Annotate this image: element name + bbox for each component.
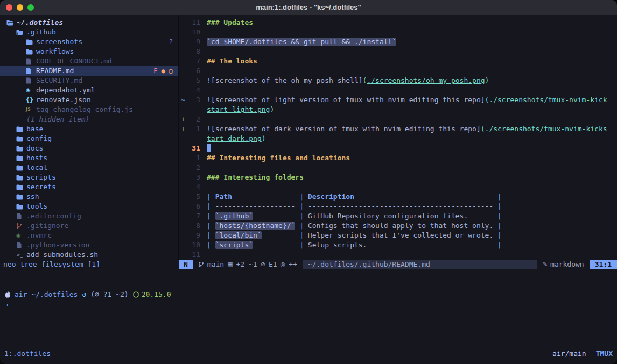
- close-button[interactable]: [6, 4, 12, 11]
- editor-line[interactable]: 2: [179, 163, 617, 173]
- editor-line[interactable]: +2: [179, 115, 617, 124]
- line-number: [186, 134, 200, 144]
- diagnostics-icon: ⊘: [261, 260, 265, 269]
- editor-line[interactable]: 5| Path | Description |: [179, 192, 617, 202]
- tree-item-readme.md[interactable]: README.mdE●▢: [0, 66, 178, 76]
- tree-item-scripts[interactable]: scripts: [0, 173, 178, 182]
- tree-item-security.md[interactable]: SECURITY.md: [0, 76, 178, 85]
- text-segment: ## Interesting files and locations: [207, 154, 350, 162]
- editor-line[interactable]: 7## The looks: [179, 56, 617, 66]
- tmux-window-label[interactable]: 1:.dotfiles: [4, 349, 51, 359]
- tree-item-workflows[interactable]: workflows: [0, 47, 178, 56]
- editor-line[interactable]: tart-dark.png): [179, 134, 617, 144]
- tree-item-label: ~/.dotfiles: [17, 18, 63, 27]
- text-segment: ): [485, 76, 489, 84]
- tree-item-1-hidden-item[interactable]: (1 hidden item): [0, 115, 178, 124]
- editor-line[interactable]: 9`cd $HOME/.dotfiles && git pull && ./in…: [179, 37, 617, 47]
- editor-line[interactable]: 9| `local/bin` | Helper scripts that I'v…: [179, 231, 617, 240]
- text-segment: `cd $HOME/.dotfiles && git pull && ./ins…: [207, 38, 396, 46]
- tree-item-.github[interactable]: .github: [0, 27, 178, 37]
- tree-item-base[interactable]: base: [0, 124, 178, 134]
- tree-item-add-submodules.sh[interactable]: >_add-submodules.sh: [0, 250, 178, 260]
- folder-open-icon: [6, 20, 16, 26]
- gutter: 4: [179, 182, 200, 192]
- tree-item-.python-version[interactable]: .python-version: [0, 240, 178, 250]
- editor-line[interactable]: 11: [179, 250, 617, 260]
- neotree-status-label: neo-tree filesystem [1]: [0, 260, 179, 269]
- editor-line[interactable]: 10| `scripts` | Setup scripts. |: [179, 240, 617, 250]
- git-sign: +: [179, 115, 186, 124]
- editor-line[interactable]: 7| `.github` | GitHub Repository configu…: [179, 211, 617, 221]
- zoom-button[interactable]: [27, 4, 34, 11]
- line-text: [200, 66, 207, 76]
- line-number: 5: [186, 192, 200, 202]
- prompt-path: air ~/.dotfiles: [15, 290, 78, 299]
- tree-item-tools[interactable]: tools: [0, 202, 178, 211]
- line-text: [200, 250, 207, 260]
- editor-line[interactable]: 8| `hosts/{hostname}/` | Configs that sh…: [179, 221, 617, 231]
- folder-icon: [26, 39, 36, 45]
- tree-item-~-.dotfiles[interactable]: ~/.dotfiles: [0, 18, 178, 27]
- editor-buffer[interactable]: 11### Updates 10 9`cd $HOME/.dotfiles &&…: [179, 15, 617, 260]
- line-number: 7: [186, 56, 200, 66]
- tree-item-hosts[interactable]: hosts: [0, 153, 178, 163]
- tree-item-.gitignore[interactable]: .gitignore: [0, 221, 178, 231]
- tree-item-label: base: [26, 124, 43, 134]
- tree-item-screenshots[interactable]: screenshots?: [0, 37, 178, 47]
- text-segment: ): [270, 105, 274, 113]
- line-number: 1: [186, 124, 200, 134]
- editor-line[interactable]: 4: [179, 182, 617, 192]
- editor-line[interactable]: 5![screenshot of the oh-my-posh shell](.…: [179, 76, 617, 85]
- editor-line[interactable]: 10: [179, 27, 617, 37]
- tree-item-label: (1 hidden item): [26, 115, 89, 124]
- tree-item-dependabot.yml[interactable]: ◉dependabot.yml: [0, 85, 178, 95]
- text-segment: ./screenshots/tmux-nvim-kicks: [485, 125, 607, 133]
- node-version: 20.15.0: [142, 290, 171, 299]
- tree-item-tag-changelog-config.js[interactable]: JStag-changelog-config.js: [0, 105, 178, 115]
- tree-item-docs[interactable]: docs: [0, 144, 178, 153]
- editor-line[interactable]: 1## Interesting files and locations: [179, 153, 617, 163]
- folder-icon: [16, 155, 26, 161]
- titlebar[interactable]: main:1:.dotfiles - "ks~/.dotfiles": [0, 0, 617, 15]
- line-text: [200, 27, 207, 37]
- editor-line[interactable]: 4: [179, 85, 617, 95]
- editor-line[interactable]: start-light.png): [179, 105, 617, 115]
- tree-item-local[interactable]: local: [0, 163, 178, 173]
- text-segment: Description: [308, 192, 354, 201]
- file-tree[interactable]: ~/.dotfiles.githubscreenshots?workflowsC…: [0, 15, 179, 260]
- editor-line[interactable]: 6: [179, 66, 617, 76]
- tree-item-.editorconfig[interactable]: .editorconfig: [0, 211, 178, 221]
- text-segment: ### Interesting folders: [207, 173, 304, 181]
- sign-column: [179, 144, 186, 153]
- gutter: 11: [179, 18, 200, 27]
- tree-item-config[interactable]: config: [0, 134, 178, 144]
- editor-line[interactable]: 11### Updates: [179, 18, 617, 27]
- git-sign: ~: [179, 95, 186, 105]
- folder-icon: [26, 49, 36, 55]
- text-segment: |: [295, 222, 307, 230]
- editor-line[interactable]: 8: [179, 47, 617, 56]
- text-segment: Configs that should apply to that host o…: [308, 222, 493, 230]
- git-branch-label: main: [207, 260, 224, 269]
- editor-line[interactable]: 3### Interesting folders: [179, 173, 617, 182]
- tree-item-label: tag-changelog-config.js: [36, 105, 133, 115]
- shell-area[interactable]: air ~/.dotfiles ↺ (⌀ ?1 ~2) 20.15.0 → 1:…: [0, 269, 617, 364]
- text-segment: |: [207, 231, 215, 239]
- minimize-button[interactable]: [17, 4, 23, 11]
- line-text: [200, 144, 211, 153]
- text-segment: |: [253, 212, 308, 220]
- editor-line[interactable]: ~3![screenshot of light version of tmux …: [179, 95, 617, 105]
- line-text: [200, 182, 207, 192]
- statusline-filepath: ~/.dotfiles/.github/README.md: [303, 260, 537, 269]
- tree-item-ssh[interactable]: ssh: [0, 192, 178, 202]
- editor-line[interactable]: 6| ------------------- | ---------------…: [179, 202, 617, 211]
- sign-column: [179, 56, 186, 66]
- gutter: [179, 105, 200, 115]
- editor-line[interactable]: 31: [179, 144, 617, 153]
- tree-item-secrets[interactable]: secrets: [0, 182, 178, 192]
- tree-item-code-of-conduct.md[interactable]: CODE_OF_CONDUCT.md: [0, 56, 178, 66]
- tree-item-label: SECURITY.md: [36, 76, 82, 85]
- tree-item-renovate.json[interactable]: {}renovate.json: [0, 95, 178, 105]
- editor-line[interactable]: +1![screenshot of dark version of tmux w…: [179, 124, 617, 134]
- tree-item-.nvmrc[interactable]: ◉.nvmrc: [0, 231, 178, 240]
